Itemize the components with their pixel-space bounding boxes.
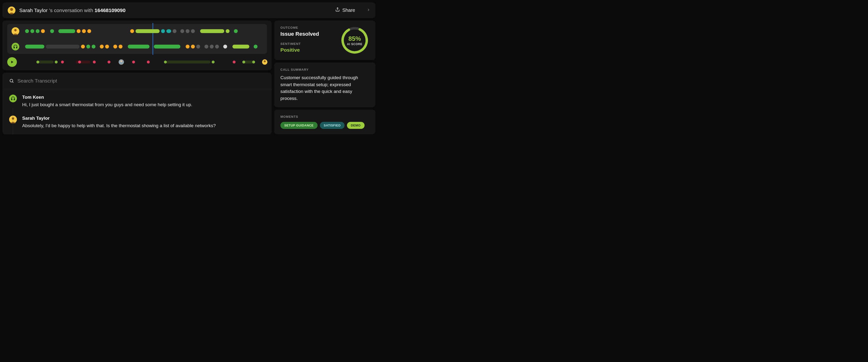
transcript-panel: Tom Keen Hi, I just bought a smart therm… — [2, 73, 272, 134]
transcript-message: Tom Keen Hi, I just bought a smart therm… — [9, 94, 265, 108]
moment-chip[interactable]: SATISFIED — [320, 122, 345, 129]
svg-line-11 — [12, 82, 13, 83]
marker-avatar[interactable] — [119, 59, 124, 65]
playhead[interactable] — [153, 23, 153, 55]
sentiment-label: SENTIMENT — [280, 42, 319, 46]
sentiment-value: Positive — [280, 47, 319, 53]
svg-point-7 — [120, 60, 122, 62]
marker-track[interactable] — [22, 60, 267, 64]
transcript-message: Sarah Taylor Absolutely, I'd be happy to… — [9, 116, 265, 129]
svg-point-9 — [264, 60, 266, 62]
summary-label: CALL SUMMARY — [280, 68, 369, 72]
transcript-list: Tom Keen Hi, I just bought a smart therm… — [2, 89, 272, 134]
svg-rect-4 — [14, 47, 14, 48]
chevron-right-icon[interactable] — [367, 8, 370, 12]
svg-point-3 — [14, 29, 17, 31]
avatar — [8, 6, 16, 14]
thread-line — [13, 109, 13, 134]
search-input[interactable] — [18, 78, 265, 84]
ai-score-label: AI SCORE — [347, 43, 362, 46]
svg-point-1 — [10, 8, 13, 11]
svg-point-10 — [10, 79, 13, 82]
share-icon — [335, 7, 340, 13]
svg-rect-13 — [14, 99, 15, 100]
headphones-icon — [11, 43, 19, 51]
search-icon — [9, 78, 14, 83]
waveform-region[interactable] — [7, 24, 267, 54]
svg-rect-12 — [11, 99, 12, 100]
message-speaker: Sarah Taylor — [22, 116, 265, 121]
share-button[interactable]: Share — [333, 6, 357, 15]
share-label: Share — [342, 7, 355, 13]
headphones-icon — [9, 94, 17, 102]
outcome-label: OUTCOME — [280, 26, 319, 29]
ai-score-value: 85% — [348, 35, 361, 43]
moments-label: MOMENTS — [280, 115, 369, 118]
summary-text: Customer successfully guided through sma… — [280, 74, 369, 102]
play-icon — [10, 60, 14, 64]
search-row — [2, 73, 272, 89]
summary-panel: CALL SUMMARY Customer successfully guide… — [274, 62, 375, 107]
moment-chip[interactable]: SETUP GUIDANCE — [280, 122, 317, 129]
page-title: Sarah Taylor 's conversation with 164681… — [19, 7, 126, 13]
moments-panel: MOMENTS SETUP GUIDANCE SATISFIED DEMO — [274, 110, 375, 134]
page-header: Sarah Taylor 's conversation with 164681… — [2, 2, 375, 18]
marker-avatar[interactable] — [262, 59, 268, 65]
title-number: 16468109090 — [94, 7, 125, 13]
playback-row — [7, 57, 267, 67]
waveform-panel — [2, 21, 272, 70]
play-button[interactable] — [7, 57, 17, 67]
moment-chip[interactable]: DEMO — [347, 122, 365, 129]
outcome-panel: OUTCOME Issue Resolved SENTIMENT Positiv… — [274, 21, 375, 60]
waveform-track[interactable] — [25, 45, 262, 49]
message-text: Hi, I just bought a smart thermostat fro… — [22, 101, 265, 108]
waveform-row-customer — [11, 43, 262, 51]
message-speaker: Tom Keen — [22, 94, 265, 100]
waveform-track[interactable] — [25, 29, 262, 33]
title-user: Sarah Taylor — [19, 7, 48, 13]
avatar — [11, 27, 19, 35]
outcome-value: Issue Resolved — [280, 31, 319, 37]
ai-score-ring: 85% AI SCORE — [340, 26, 369, 55]
title-mid: 's conversation with — [49, 7, 93, 13]
svg-rect-5 — [17, 47, 17, 48]
waveform-row-agent — [11, 27, 262, 35]
message-text: Absolutely, I'd be happy to help with th… — [22, 122, 265, 129]
